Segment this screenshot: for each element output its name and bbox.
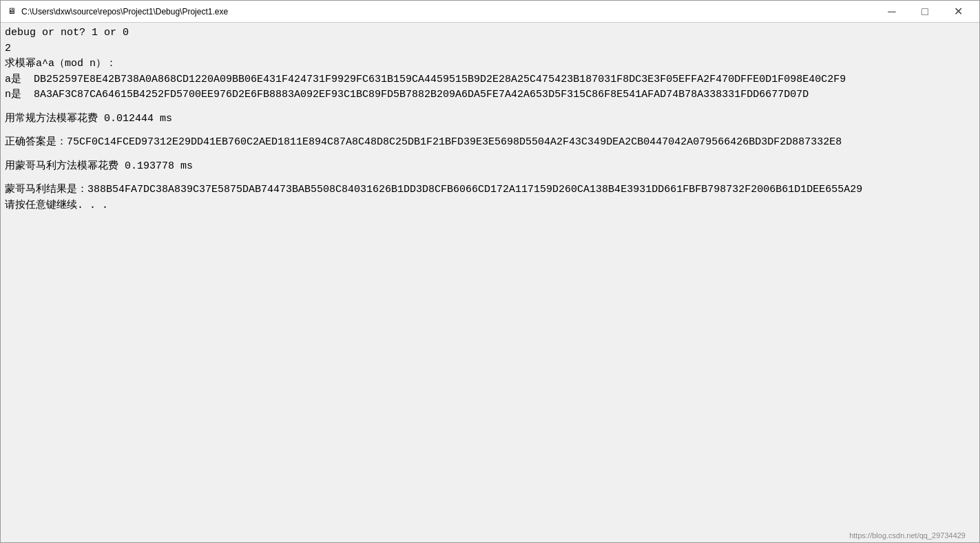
console-line: 正确答案是：75CF0C14FCED97312E29DD41EB760C2AED… [5,135,975,151]
console-line [5,151,975,159]
console-line: 蒙哥马利结果是：388B54FA7DC38A839C37E5875DAB7447… [5,182,975,198]
console-line: 求模幂a^a（mod n）： [5,56,975,72]
window-controls: ─ □ ✕ [876,1,974,23]
console-line: 用常规方法模幂花费 0.012444 ms [5,111,975,127]
watermark: https://blog.csdn.net/qq_29734429 [849,531,966,540]
console-line: 2 [5,41,975,57]
console-line [5,103,975,111]
window-title: C:\Users\dxw\source\repos\Project1\Debug… [21,7,228,17]
console-line: a是 DB252597E8E42B738A0A868CD1220A09BB06E… [5,72,975,88]
minimize-button[interactable]: ─ [876,1,908,23]
title-bar: 🖥 C:\Users\dxw\source\repos\Project1\Deb… [1,1,979,23]
console-line: debug or not? 1 or 0 [5,25,975,41]
title-bar-left: 🖥 C:\Users\dxw\source\repos\Project1\Deb… [6,6,228,17]
main-window: 🖥 C:\Users\dxw\source\repos\Project1\Deb… [0,0,980,543]
console-line [5,127,975,135]
app-icon: 🖥 [6,6,17,17]
console-output: debug or not? 1 or 02求模幂a^a（mod n）：a是 DB… [1,23,979,542]
console-line: n是 8A3AF3C87CA64615B4252FD5700EE976D2E6F… [5,87,975,103]
maximize-button[interactable]: □ [909,1,941,23]
console-line: 请按任意键继续. . . [5,198,975,214]
console-line: 用蒙哥马利方法模幂花费 0.193778 ms [5,159,975,175]
close-button[interactable]: ✕ [942,1,974,23]
console-line [5,174,975,182]
